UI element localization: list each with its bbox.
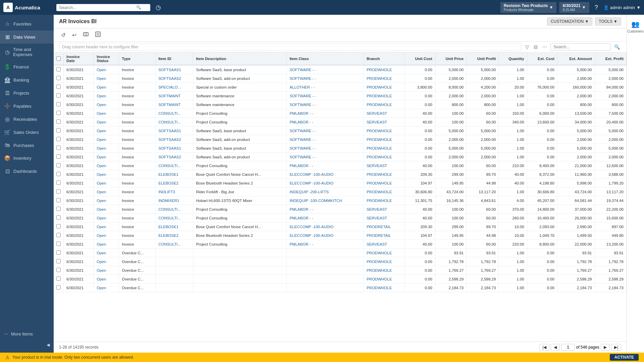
cell-itemid-13[interactable]: ELEBOSE2 — [156, 179, 193, 188]
col-header-unit-price[interactable]: Unit Price — [435, 53, 467, 65]
col-header-unit-cost[interactable]: Unit Cost — [405, 53, 435, 65]
row-checkbox-5[interactable] — [56, 111, 61, 115]
item-class-link-13[interactable]: ELECCOMP -100-AUDIO — [289, 181, 333, 185]
cell-itemclass-18[interactable]: ELECCOMP -100-AUDIO — [287, 222, 364, 231]
filter-placeholder[interactable]: Drag column header here to configure fil… — [59, 43, 521, 51]
sidebar-item-banking[interactable]: 🏦 Banking — [0, 73, 54, 87]
branch-link-6[interactable]: SERVEAST — [367, 120, 387, 124]
cell-itemclass-5[interactable]: PMLABOR - - — [287, 109, 364, 118]
activate-button[interactable]: ACTIVATE — [610, 354, 639, 361]
cell-branch-2[interactable]: PRODWHOLE — [364, 83, 405, 92]
col-header-branch[interactable]: Branch — [364, 53, 405, 65]
cell-itemclass-10[interactable]: SOFTWARE - - — [287, 153, 364, 161]
item-id-link-9[interactable]: SOFTSAAS1 — [158, 146, 181, 150]
sidebar-item-dataviews[interactable]: ⊞ Data Views — [0, 31, 54, 44]
cell-itemclass-20[interactable]: PMLABOR - - — [287, 240, 364, 249]
cell-itemid-15[interactable]: INDMIXER1 — [156, 196, 193, 205]
row-selector-4[interactable] — [54, 100, 64, 109]
row-selector-24[interactable] — [54, 275, 64, 283]
sidebar-item-projects[interactable]: ☰ Projects — [0, 87, 54, 100]
sidebar-more-items[interactable]: ⋯ More Items — [0, 328, 54, 340]
col-header-quantity[interactable]: Quantity — [499, 53, 527, 65]
row-checkbox-20[interactable] — [56, 242, 61, 246]
cell-itemid-4[interactable]: SOFTMAINT — [156, 100, 193, 109]
cell-branch-25[interactable]: PRODWHOLE — [364, 283, 405, 292]
cell-itemid-6[interactable]: CONSULTI... — [156, 118, 193, 126]
branch-link-16[interactable]: SERVEAST — [367, 207, 387, 211]
item-id-link-1[interactable]: SOFTSAAS2 — [158, 76, 181, 81]
branch-link-25[interactable]: PRODWHOLE — [367, 286, 392, 290]
cell-itemid-24[interactable] — [156, 275, 193, 283]
cell-branch-22[interactable]: PRODWHOLE — [364, 257, 405, 266]
cell-branch-6[interactable]: SERVEAST — [364, 118, 405, 126]
item-id-link-2[interactable]: SPECIALO... — [158, 85, 181, 89]
filter-search-input[interactable] — [550, 43, 611, 51]
item-id-link-10[interactable]: SOFTSAAS2 — [158, 155, 181, 159]
cell-itemclass-13[interactable]: ELECCOMP -100-AUDIO — [287, 179, 364, 188]
row-checkbox-6[interactable] — [56, 119, 61, 124]
sidebar-item-favorites[interactable]: ☆ Favorites — [0, 17, 54, 31]
row-selector-13[interactable] — [54, 179, 64, 188]
col-header-type[interactable]: Type — [119, 53, 156, 65]
item-id-link-7[interactable]: SOFTSAAS1 — [158, 129, 181, 133]
row-selector-20[interactable] — [54, 240, 64, 249]
undo-button[interactable]: ↩ — [70, 31, 78, 39]
sidebar-item-receivables[interactable]: ◎ Receivables — [0, 113, 54, 126]
cell-itemclass-4[interactable]: SOFTWARE - - — [287, 100, 364, 109]
cell-branch-13[interactable]: PRODWHOLE — [364, 179, 405, 188]
sidebar-item-payables[interactable]: ➕ Payables — [0, 100, 54, 113]
cell-itemclass-11[interactable]: PMLABOR - - — [287, 161, 364, 170]
tools-button[interactable]: TOOLS ▼ — [595, 17, 621, 25]
current-page-input[interactable] — [561, 344, 575, 351]
row-selector-19[interactable] — [54, 231, 64, 240]
row-selector-5[interactable] — [54, 109, 64, 118]
row-checkbox-1[interactable] — [56, 76, 61, 80]
branch-link-20[interactable]: SERVEAST — [367, 242, 387, 246]
row-checkbox-2[interactable] — [56, 85, 61, 89]
col-header-item-class[interactable]: Item Class — [287, 53, 364, 65]
cell-itemclass-7[interactable]: SOFTWARE - - — [287, 126, 364, 135]
row-selector-7[interactable] — [54, 126, 64, 135]
row-checkbox-25[interactable] — [56, 285, 61, 290]
cell-itemid-19[interactable]: ELEBOSE2 — [156, 231, 193, 240]
row-checkbox-14[interactable] — [56, 189, 61, 194]
cell-itemid-5[interactable]: CONSULTI... — [156, 109, 193, 118]
row-checkbox-24[interactable] — [56, 276, 61, 281]
branch-link-23[interactable]: PRODWHOLE — [367, 268, 392, 272]
branch-link-2[interactable]: PRODWHOLE — [367, 85, 392, 89]
fit-columns-button[interactable] — [81, 31, 91, 39]
cell-itemclass-22[interactable] — [287, 257, 364, 266]
cell-branch-9[interactable]: PRODWHOLE — [364, 144, 405, 153]
cell-itemclass-3[interactable]: SOFTWARE - - — [287, 92, 364, 100]
cell-itemid-8[interactable]: SOFTSAAS2 — [156, 135, 193, 144]
branch-link-5[interactable]: SERVEAST — [367, 111, 387, 115]
branch-link-13[interactable]: PRODWHOLE — [367, 181, 392, 185]
cell-itemid-23[interactable] — [156, 266, 193, 275]
item-class-link-5[interactable]: PMLABOR - - — [289, 111, 313, 115]
item-class-link-18[interactable]: ELECCOMP -100-AUDIO — [289, 225, 333, 229]
branch-link-1[interactable]: PRODWHOLE — [367, 76, 392, 81]
item-id-link-11[interactable]: CONSULTI... — [158, 164, 181, 168]
item-class-link-15[interactable]: INDEQUIP -100-COMMKITCH — [289, 199, 342, 203]
cell-branch-24[interactable]: PRODWHOLE — [364, 275, 405, 283]
right-panel-customers[interactable]: 👥 Customers — [626, 17, 644, 36]
item-class-link-11[interactable]: PMLABOR - - — [289, 164, 313, 168]
col-header-invoice-status[interactable]: InvoiceStatus — [94, 53, 119, 65]
cell-itemid-25[interactable] — [156, 283, 193, 292]
item-class-link-10[interactable]: SOFTWARE - - — [289, 155, 316, 159]
export-button[interactable] — [93, 31, 103, 39]
col-header-selector[interactable] — [54, 53, 64, 65]
col-header-invoice-date[interactable]: InvoiceDate — [64, 53, 94, 65]
row-checkbox-15[interactable] — [56, 198, 61, 202]
row-selector-1[interactable] — [54, 74, 64, 83]
row-checkbox-23[interactable] — [56, 268, 61, 272]
col-header-item-id[interactable]: Item ID — [156, 53, 193, 65]
help-button[interactable]: ? — [592, 3, 601, 12]
cell-itemid-7[interactable]: SOFTSAAS1 — [156, 126, 193, 135]
row-selector-6[interactable] — [54, 118, 64, 126]
item-id-link-13[interactable]: ELEBOSE2 — [158, 181, 178, 185]
cell-branch-10[interactable]: PRODWHOLE — [364, 153, 405, 161]
cell-itemid-21[interactable] — [156, 249, 193, 257]
row-selector-15[interactable] — [54, 196, 64, 205]
search-input[interactable] — [59, 5, 136, 10]
